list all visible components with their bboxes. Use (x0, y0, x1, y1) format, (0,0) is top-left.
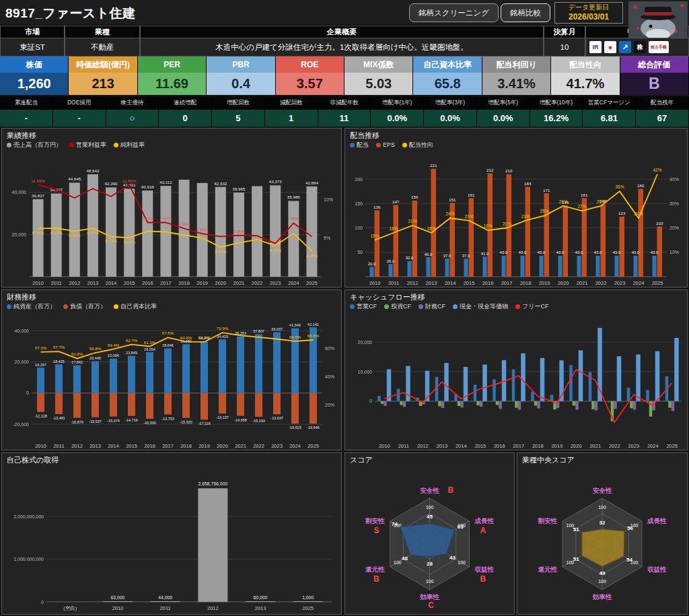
cashflow-panel: キャッシュフロー推移 営業CF投資CF財務CF現金・現金等価物フリーCF 010… (344, 289, 688, 450)
svg-text:2022: 2022 (253, 443, 264, 449)
svg-text:2025: 2025 (302, 605, 314, 611)
svg-text:2023: 2023 (628, 443, 639, 449)
svg-text:19%: 19% (483, 224, 492, 228)
svg-text:2011: 2011 (388, 280, 399, 286)
submetric-progressive-dividend-label: 累進配当 (0, 96, 52, 110)
metric-stock-price: 株価 1,260 (0, 57, 69, 95)
svg-text:2024: 2024 (288, 280, 299, 286)
submetric-increase-count: 増配回数 5 (212, 96, 265, 127)
chart-link-icon[interactable]: ↗ (619, 41, 631, 53)
kabunushi-techou-link-icon[interactable]: 株主手帳 (649, 41, 669, 53)
svg-text:36,827: 36,827 (32, 193, 44, 198)
svg-text:45: 45 (427, 514, 433, 520)
svg-text:2012: 2012 (417, 443, 429, 449)
svg-text:100: 100 (426, 579, 434, 584)
svg-text:40%: 40% (325, 374, 334, 379)
submetric-progressive-dividend-value: - (0, 110, 52, 127)
svg-text:30%: 30% (669, 201, 679, 206)
svg-text:6.27%: 6.27% (87, 230, 99, 235)
svg-text:100: 100 (458, 560, 466, 565)
svg-text:37,807: 37,807 (253, 329, 264, 333)
industry-value: 不動産 (65, 38, 140, 57)
svg-text:還元性: 還元性 (365, 566, 385, 573)
svg-text:2013: 2013 (255, 605, 266, 611)
svg-text:43.0: 43.0 (538, 250, 545, 254)
svg-text:51: 51 (573, 556, 579, 562)
svg-text:2025: 2025 (307, 443, 319, 449)
dividend-legend: 配当EPS配当性向 (345, 140, 687, 149)
svg-text:23,849: 23,849 (126, 351, 137, 355)
svg-text:5.36%: 5.36% (233, 229, 245, 234)
svg-text:2010: 2010 (379, 443, 390, 449)
treasury-title: 自己株式の取得 (2, 453, 341, 465)
svg-text:18%: 18% (389, 226, 398, 231)
industry-header: 業種 (65, 26, 140, 38)
metric-card-row: 株価 1,260 時価総額(億円) 213 PER 11.69 PBR 0.4 … (0, 57, 689, 95)
industry-score-chart: 100100100100100100安全性成長性収益性効率性還元性割安性3256… (517, 465, 687, 614)
dividend-link-icon[interactable]: ● (604, 41, 616, 53)
svg-text:42,390: 42,390 (105, 181, 118, 186)
metric-roe-value: 3.57 (276, 73, 344, 95)
svg-text:2015: 2015 (464, 280, 475, 286)
svg-text:2019: 2019 (539, 280, 550, 286)
svg-text:42,632: 42,632 (214, 181, 227, 186)
svg-text:10%: 10% (669, 250, 679, 254)
svg-text:39,037: 39,037 (271, 327, 283, 331)
svg-text:2017: 2017 (501, 280, 513, 286)
svg-text:成長性: 成長性 (474, 517, 494, 524)
svg-text:-17,119: -17,119 (198, 421, 210, 425)
svg-text:44,000: 44,000 (158, 595, 172, 600)
sub-metric-row: 累進配当 - DOE採用 - 株主優待 ○ 連続増配 0 増配回数 5 減配回数… (0, 96, 689, 127)
submetric-doe: DOE採用 - (53, 96, 106, 127)
metric-market-cap: 時価総額(億円) 213 (69, 57, 137, 95)
svg-text:43.0: 43.0 (500, 250, 507, 254)
metric-equity-ratio-value: 65.8 (413, 73, 481, 95)
svg-text:212: 212 (486, 168, 494, 172)
link-icons: IR ● ↗ 株 株主手帳 (585, 38, 689, 57)
svg-text:5.19%: 5.19% (105, 238, 117, 243)
svg-text:2024: 2024 (289, 443, 301, 449)
svg-text:-14,658: -14,658 (234, 418, 247, 422)
svg-text:161: 161 (581, 193, 588, 197)
svg-text:41,549: 41,549 (289, 323, 301, 327)
svg-text:2023: 2023 (270, 280, 281, 286)
svg-text:B: B (373, 574, 379, 584)
svg-text:100: 100 (598, 579, 606, 584)
kabutan-link-icon[interactable]: 株 (634, 41, 646, 53)
svg-text:安全性: 安全性 (420, 487, 439, 494)
svg-text:2010: 2010 (369, 280, 381, 286)
svg-text:2010: 2010 (32, 280, 44, 286)
svg-text:-13,637: -13,637 (270, 416, 283, 420)
svg-text:2022: 2022 (252, 280, 263, 286)
submetric-dividend-years: 配当残年 67 (636, 96, 689, 127)
svg-text:150: 150 (355, 201, 363, 206)
svg-text:2012: 2012 (71, 443, 83, 449)
svg-text:48: 48 (402, 555, 408, 561)
financial-chart: -20,000020,00040,00020%40%60%16,297-12,1… (2, 310, 341, 450)
metric-per-label: PER (138, 57, 206, 73)
svg-text:20,000: 20,000 (12, 232, 27, 237)
compare-button[interactable]: 銘柄比較 (501, 3, 550, 22)
metric-stock-price-value: 1,260 (0, 73, 68, 95)
svg-text:100: 100 (394, 560, 402, 565)
metric-overall-rating-value: B (620, 73, 688, 95)
svg-text:2012: 2012 (69, 280, 80, 286)
svg-text:還元性: 還元性 (538, 566, 558, 573)
svg-text:2016: 2016 (482, 280, 494, 286)
svg-text:40%: 40% (669, 177, 679, 182)
submetric-doe-label: DOE採用 (53, 96, 106, 110)
svg-text:-16,530: -16,530 (143, 421, 156, 425)
svg-text:2010: 2010 (35, 443, 46, 449)
svg-text:2013: 2013 (87, 280, 99, 286)
svg-text:2018: 2018 (180, 443, 192, 449)
screening-button[interactable]: 銘柄スクリーニング (409, 3, 499, 22)
cashflow-chart: 010,00020,000201020112012201320142015201… (345, 310, 687, 450)
svg-text:2014: 2014 (456, 443, 467, 449)
svg-text:-13,137: -13,137 (216, 415, 229, 419)
svg-text:147: 147 (392, 199, 400, 204)
svg-text:2021: 2021 (235, 443, 246, 449)
irbank-link-icon[interactable]: IR (589, 41, 602, 53)
svg-text:2025: 2025 (652, 280, 663, 286)
company-info-table: 市場 東証ST 業種 不動産 企業概要 木造中心の戸建て分譲住宅が主力。1次取得… (0, 26, 689, 57)
svg-text:43.0: 43.0 (632, 250, 639, 254)
